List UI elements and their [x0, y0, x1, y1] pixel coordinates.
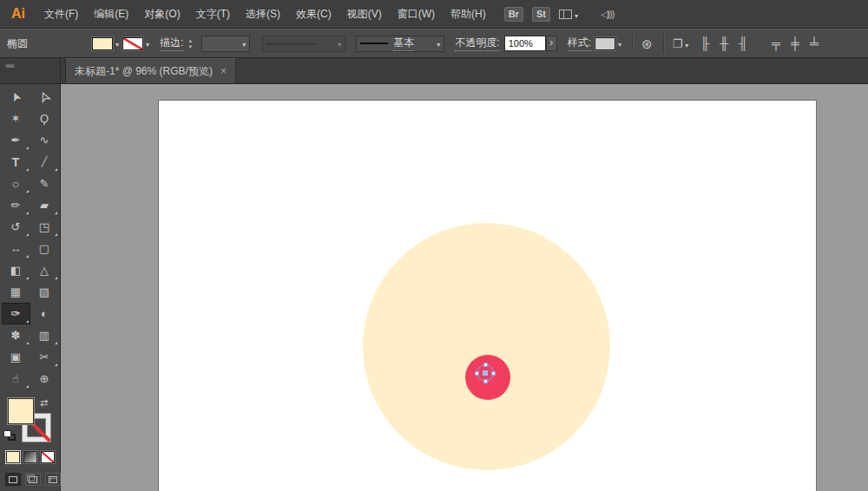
free-transform-tool[interactable]: ▢: [30, 238, 59, 259]
separator: [632, 34, 633, 53]
selected-tiny-ellipse[interactable]: [477, 364, 494, 382]
menu-select[interactable]: 选择(S): [238, 0, 288, 28]
mesh-tool-icon: ▦: [10, 286, 21, 298]
align-vertical-top[interactable]: ╤: [772, 37, 780, 49]
hand-tool[interactable]: ☝: [2, 368, 30, 390]
symbol-sprayer-tool[interactable]: ✽: [2, 324, 30, 346]
align-horizontal-center[interactable]: ╫: [720, 37, 728, 49]
style-picker[interactable]: [595, 37, 621, 50]
blend-tool[interactable]: ◐: [30, 303, 59, 324]
selection-tool[interactable]: ➤: [2, 86, 30, 108]
flyout-indicator: [55, 277, 57, 279]
scale-tool-icon: ◳: [39, 221, 49, 232]
menu-help[interactable]: 帮助(H): [443, 0, 494, 28]
gradient-tool-icon: ▧: [39, 286, 49, 298]
opacity-expand-button[interactable]: ›: [546, 36, 557, 51]
workspace-switcher[interactable]: [559, 6, 578, 22]
anchor-point[interactable]: [475, 371, 479, 376]
menu-type[interactable]: 文字(T): [188, 0, 238, 28]
spinner-up-icon: [188, 37, 199, 43]
perspective-grid-tool-icon: △: [40, 265, 49, 276]
curvature-tool[interactable]: ∿: [30, 129, 59, 151]
type-tool[interactable]: T: [2, 151, 30, 173]
pencil-tool[interactable]: ✏: [2, 194, 30, 216]
magic-wand-tool[interactable]: ✶: [2, 108, 30, 129]
fill-color-picker[interactable]: [92, 37, 119, 50]
stroke-color-picker[interactable]: [122, 37, 149, 50]
document-setup-button[interactable]: ❐: [673, 37, 689, 50]
chevron-down-icon: [338, 37, 341, 49]
fill-indicator[interactable]: [7, 397, 35, 425]
chevron-down-icon: [146, 37, 149, 49]
canvas[interactable]: [61, 84, 868, 491]
ellipse-tool[interactable]: ○: [2, 173, 30, 194]
mesh-tool[interactable]: ▦: [2, 281, 30, 303]
menu-edit[interactable]: 编辑(E): [86, 0, 136, 28]
flyout-indicator: [26, 147, 29, 149]
swap-fill-stroke-button[interactable]: ⇄: [40, 398, 48, 408]
close-tab-button[interactable]: ×: [220, 65, 227, 77]
lasso-tool[interactable]: Ϙ: [30, 108, 59, 129]
stroke-panel-link[interactable]: 描边:: [160, 36, 183, 51]
workspace-layout-icon: [559, 10, 572, 19]
anchor-point[interactable]: [483, 363, 488, 367]
flyout-indicator: [26, 212, 29, 214]
style-panel-link[interactable]: 样式:: [568, 36, 591, 51]
column-graph-tool-icon: ▥: [39, 330, 49, 341]
hand-tool-icon: ☝: [12, 373, 19, 384]
stroke-weight-select[interactable]: [201, 36, 250, 52]
fill-stroke-indicator: ⇄: [0, 397, 61, 449]
slice-tool[interactable]: ✂: [30, 346, 59, 368]
flyout-indicator: [26, 320, 29, 323]
stock-button[interactable]: St: [532, 7, 550, 22]
blend-tool-icon: ◐: [41, 308, 48, 319]
menu-effect[interactable]: 效果(C): [288, 0, 339, 28]
opacity-panel-link[interactable]: 不透明度:: [455, 36, 499, 51]
eraser-tool[interactable]: ▰: [30, 194, 59, 216]
width-tool-icon: ↔: [10, 243, 22, 254]
recolor-artwork-button[interactable]: ⊛: [641, 37, 653, 50]
anchor-point[interactable]: [491, 371, 496, 376]
zoom-tool[interactable]: ⊕: [30, 368, 59, 390]
direct-selection-tool[interactable]: ➤: [30, 86, 59, 108]
color-button[interactable]: [6, 451, 20, 463]
document-tab[interactable]: 未标题-1* @ 96% (RGB/预览) ×: [65, 58, 236, 83]
artboard-tool[interactable]: ▣: [2, 346, 30, 368]
brush-definition-select[interactable]: 基本: [356, 36, 444, 52]
none-button[interactable]: [41, 451, 55, 463]
opacity-input[interactable]: 100%: [504, 36, 546, 51]
align-horizontal-right[interactable]: ╢: [739, 37, 747, 49]
scale-tool[interactable]: ◳: [30, 216, 59, 238]
gradient-tool[interactable]: ▧: [30, 281, 59, 303]
large-ellipse-shape[interactable]: [363, 223, 610, 470]
toolbar-collapse-button[interactable]: ««: [0, 58, 61, 84]
column-graph-tool[interactable]: ▥: [30, 324, 59, 346]
menu-file[interactable]: 文件(F): [36, 0, 86, 28]
width-profile-select[interactable]: [262, 36, 345, 52]
chevron-down-icon: [115, 37, 119, 49]
align-vertical-center[interactable]: ╪: [791, 37, 799, 49]
share-screen-icon[interactable]: ◁))): [601, 9, 614, 20]
draw-inside-button[interactable]: [45, 473, 61, 486]
menu-object[interactable]: 对象(O): [136, 0, 187, 28]
shape-builder-tool[interactable]: ◧: [2, 259, 30, 281]
rotate-tool[interactable]: ↺: [2, 216, 30, 238]
bridge-button[interactable]: Br: [504, 7, 523, 22]
draw-normal-button[interactable]: [5, 473, 21, 486]
stroke-weight-stepper[interactable]: [188, 36, 199, 51]
eyedropper-tool[interactable]: ✑: [2, 303, 30, 324]
paintbrush-tool[interactable]: ✎: [30, 173, 59, 194]
menu-window[interactable]: 窗口(W): [390, 0, 443, 28]
color-type-buttons: [6, 451, 55, 463]
align-vertical-bottom[interactable]: ╧: [810, 37, 819, 49]
default-fill-stroke-button[interactable]: [3, 430, 16, 442]
perspective-grid-tool[interactable]: △: [30, 259, 59, 281]
width-tool[interactable]: ↔: [2, 238, 30, 259]
align-horizontal-left[interactable]: ╟: [700, 37, 709, 49]
menu-view[interactable]: 视图(V): [339, 0, 390, 28]
gradient-button[interactable]: [23, 451, 37, 463]
anchor-point[interactable]: [483, 379, 488, 383]
line-segment-tool[interactable]: ╱: [30, 151, 59, 173]
draw-behind-button[interactable]: [25, 473, 41, 486]
pen-tool[interactable]: ✒: [2, 129, 30, 151]
